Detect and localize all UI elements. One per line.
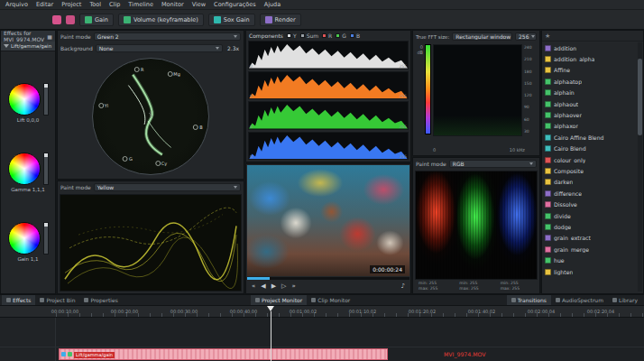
transition-item[interactable]: Cairo Blend — [542, 143, 643, 154]
monitor-tab[interactable]: Project Monitor — [251, 295, 307, 305]
transport-button[interactable]: » — [291, 283, 295, 290]
playhead[interactable] — [267, 306, 274, 361]
transport-button[interactable]: « — [252, 283, 255, 290]
transport-button[interactable]: ◀ — [261, 283, 265, 290]
transition-item[interactable]: grain_extract — [542, 233, 643, 244]
transition-item[interactable]: difference — [542, 188, 643, 199]
dock-tab[interactable]: Project Bin — [35, 295, 79, 305]
spectrum-axis-label: 30 — [524, 129, 538, 134]
panel-grid-icon[interactable]: ▦ — [47, 33, 52, 40]
menu-item[interactable]: Editar — [36, 1, 53, 8]
timeline-clip[interactable]: Lift/gamma/gain — [59, 348, 388, 360]
wheel-value-slider[interactable] — [43, 222, 49, 255]
channel-toggle[interactable]: B — [350, 32, 360, 39]
marker-ring-icon — [123, 156, 128, 162]
transition-item[interactable]: addition — [542, 42, 643, 53]
video-frame: 0:00:00:24 — [247, 165, 409, 276]
volume-icon[interactable]: ♪ — [401, 283, 405, 290]
wheel-value-slider[interactable] — [43, 153, 49, 185]
dock-tab-icon — [612, 298, 617, 302]
dock-tab[interactable]: Transitions — [507, 295, 551, 305]
channel-toggle-label: Sum — [307, 32, 318, 39]
menu-item[interactable]: Configurações — [214, 1, 256, 8]
color-wheel[interactable] — [8, 83, 41, 116]
histogram-min-label: 0 — [250, 94, 253, 98]
paint-mode-select[interactable]: Green 2 — [94, 32, 241, 41]
main-toolbar: Gain Volume (keyframable) Sox Gain Rende… — [0, 10, 644, 30]
menu-item[interactable]: Tool — [89, 1, 101, 8]
effect-shortcut-icon[interactable] — [52, 15, 61, 24]
dock-tab-icon — [84, 298, 88, 302]
menu-item[interactable]: Clip — [109, 1, 120, 8]
transition-item[interactable]: Composite — [542, 165, 643, 176]
transition-item[interactable]: lighten — [542, 266, 643, 277]
color-wheel[interactable] — [8, 222, 41, 255]
transition-icon — [545, 45, 551, 51]
parade-green-channel — [456, 171, 497, 279]
toolbar-button[interactable]: Sox Gain — [208, 14, 255, 26]
menu-item[interactable]: Monitor — [161, 1, 184, 8]
toolbar-button[interactable]: Volume (keyframable) — [118, 14, 204, 26]
dock-tab[interactable]: AudioSpectrum — [551, 295, 608, 305]
transition-item[interactable]: divide — [542, 210, 643, 221]
transition-item[interactable]: alphain — [542, 88, 643, 98]
transition-item[interactable]: hue — [542, 255, 643, 265]
channel-toggle[interactable]: Sum — [300, 32, 318, 39]
color-wheel[interactable] — [8, 153, 41, 185]
transition-item[interactable]: alphaover — [542, 109, 643, 120]
wheel-value-slider[interactable] — [43, 83, 49, 116]
transition-item[interactable]: alphaout — [542, 98, 643, 109]
histogram-max-label: 255 — [399, 154, 407, 159]
transition-item[interactable]: alphaxor — [542, 121, 643, 132]
dock-tab[interactable]: Properties — [79, 295, 122, 305]
channel-toggle[interactable]: R — [322, 32, 332, 39]
timeline-tracks[interactable]: Lift/gamma/gain MVI_9974.MOV — [0, 318, 644, 361]
histogram-max-label: 255 — [399, 64, 407, 69]
toolbar-button[interactable]: Gain — [79, 14, 114, 26]
waveform-paint-mode-select[interactable]: Yellow — [94, 183, 241, 191]
transition-item[interactable]: darken — [542, 177, 643, 188]
favorites-icon[interactable]: ★ — [545, 32, 550, 40]
transition-item[interactable]: Dissolve — [542, 199, 643, 209]
effect-title-bar[interactable]: Lift/gamma/gain — [1, 42, 55, 51]
menu-item[interactable]: View — [192, 1, 206, 8]
scrollbar-thumb[interactable] — [638, 59, 642, 135]
dock-tab[interactable]: Effects — [2, 295, 35, 305]
transition-item[interactable]: grain_merge — [542, 244, 643, 255]
transition-item[interactable]: addition_alpha — [542, 53, 643, 64]
channel-toggle[interactable]: Y — [287, 32, 297, 39]
menu-item[interactable]: Arquivo — [5, 1, 28, 8]
effect-shortcut-icon[interactable] — [66, 15, 75, 24]
transition-item[interactable]: colour_only — [542, 154, 643, 165]
parade-paint-mode-select[interactable]: RGB — [449, 160, 537, 168]
toolbar-button[interactable]: Render — [260, 14, 301, 26]
effect-name: Lift/gamma/gain — [11, 43, 51, 49]
dock-tab[interactable]: Library — [608, 295, 642, 305]
menu-item[interactable]: Timeline — [128, 1, 153, 8]
menu-item[interactable]: Project — [61, 1, 81, 8]
background-select[interactable]: None — [96, 44, 223, 52]
marker-ring-icon — [98, 103, 104, 108]
menu-item[interactable]: Ajuda — [264, 1, 281, 8]
effects-panel-title: Effects for MVI_9974.MOV — [4, 30, 47, 42]
channel-toggle[interactable]: G — [336, 32, 346, 39]
transition-label: grain_merge — [554, 246, 589, 253]
transport-button[interactable]: ▶ — [271, 283, 276, 290]
transition-icon — [545, 190, 551, 197]
fft-window-select[interactable]: Rectangular window — [452, 32, 512, 41]
transition-item[interactable]: Affine — [542, 65, 643, 76]
transport-button[interactable]: ▷ — [281, 283, 286, 290]
transition-icon — [545, 112, 551, 118]
transition-item[interactable]: Cairo Affine Blend — [542, 132, 643, 143]
fft-size-select[interactable]: 256 — [515, 32, 537, 41]
transition-item[interactable]: alphaatop — [542, 76, 643, 87]
effect-indicator-icon — [68, 352, 72, 356]
timeline-ruler[interactable]: 00:00:10,0000:00:20,0000:00:30,0000:00:4… — [0, 306, 644, 318]
monitor-tab[interactable]: Clip Monitor — [307, 295, 354, 305]
scrollbar[interactable] — [638, 42, 642, 292]
transition-icon — [545, 179, 551, 185]
transition-item[interactable]: dodge — [542, 221, 643, 232]
ruler-timecode-label: 00:00:30,00 — [154, 309, 214, 314]
zoom-level: 2.3x — [225, 45, 241, 51]
transition-label: alphaover — [554, 112, 582, 118]
